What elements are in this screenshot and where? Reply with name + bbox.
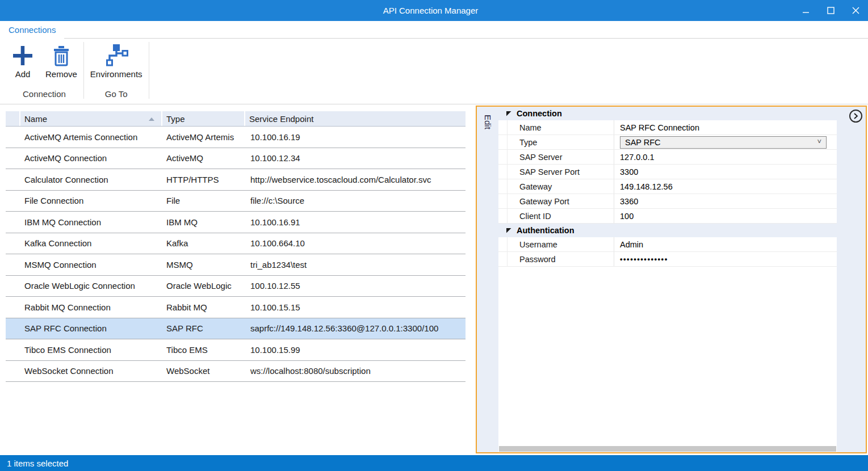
ribbon-separator	[149, 42, 149, 99]
property-row: Type SAP RFC˅	[498, 135, 837, 150]
property-group-title: Connection	[517, 109, 562, 118]
table-body: ActiveMQ Artemis Connection ActiveMQ Art…	[6, 127, 466, 382]
cell-type: Tibco EMS	[162, 345, 245, 355]
table-row[interactable]: IBM MQ Connection IBM MQ 10.100.16.91	[6, 212, 466, 233]
close-button[interactable]	[843, 0, 868, 21]
property-indent	[498, 165, 508, 179]
cell-name: WebSocket Connection	[20, 366, 162, 376]
app-window: API Connection Manager Connections	[0, 0, 868, 471]
table-row[interactable]: WebSocket Connection WebSocket ws://loca…	[6, 361, 466, 382]
table-row[interactable]: Oracle WebLogic Connection Oracle WebLog…	[6, 276, 466, 297]
column-header-service-endpoint[interactable]: Service Endpoint	[245, 111, 466, 126]
edit-panel: Edit Connection Name SAP RFC Connection …	[476, 106, 867, 453]
property-grid: Connection Name SAP RFC Connection Type …	[498, 107, 837, 452]
trash-icon	[52, 43, 71, 68]
cell-service-endpoint: 10.100.664.10	[245, 238, 466, 248]
cell-name: SAP RFC Connection	[20, 323, 162, 333]
combobox-selected-value: SAP RFC	[625, 138, 661, 147]
table-row[interactable]: Rabbit MQ Connection Rabbit MQ 10.100.15…	[6, 297, 466, 318]
property-indent	[498, 209, 508, 223]
property-value-field[interactable]: 149.148.12.56	[614, 179, 837, 194]
cell-type: Oracle WebLogic	[162, 281, 245, 291]
cell-type: WebSocket	[162, 366, 245, 376]
cell-service-endpoint: 10.100.15.15	[245, 302, 466, 312]
remove-button[interactable]: Remove	[40, 42, 83, 80]
selection-count-text: 1 items selected	[7, 459, 68, 468]
ribbon-body: Add Remo	[0, 39, 868, 103]
sort-ascending-icon	[149, 117, 154, 121]
main-content: Name Type Service Endpoint ActiveMQ Arte…	[0, 105, 868, 455]
table-row[interactable]: ActiveMQ Connection ActiveMQ 10.100.12.3…	[6, 148, 466, 170]
table-row[interactable]: ActiveMQ Artemis Connection ActiveMQ Art…	[6, 127, 466, 148]
table-row[interactable]: Kafka Connection Kafka 10.100.664.10	[6, 233, 466, 255]
header-selector-column	[6, 111, 19, 126]
environments-button[interactable]: Environments	[85, 42, 148, 80]
cell-type: MSMQ	[162, 260, 245, 270]
property-label: SAP Server Port	[508, 165, 614, 179]
cell-name: Oracle WebLogic Connection	[20, 281, 162, 291]
column-header-type[interactable]: Type	[162, 111, 244, 126]
cell-service-endpoint: ws://localhost:8080/subscription	[245, 366, 466, 376]
cell-type: HTTP/HTTPS	[162, 175, 245, 184]
edit-tab[interactable]: Edit	[483, 115, 493, 129]
property-value-field[interactable]: 127.0.0.1	[614, 150, 837, 164]
property-label: SAP Server	[508, 150, 614, 164]
property-grid-empty-area	[498, 267, 837, 446]
property-indent	[498, 237, 508, 251]
cell-name: File Connection	[20, 196, 162, 205]
cell-service-endpoint: 10.100.15.99	[245, 345, 466, 355]
table-row[interactable]: MSMQ Connection MSMQ tri_ab1234\test	[6, 254, 466, 276]
property-value-field[interactable]: 3300	[614, 165, 837, 179]
collapse-panel-button[interactable]	[849, 110, 862, 123]
cell-type: IBM MQ	[162, 217, 245, 227]
tab-row-divider	[64, 38, 868, 39]
property-value-field[interactable]: SAP RFC Connection	[614, 120, 837, 134]
property-label: Username	[508, 237, 614, 251]
cell-type: Kafka	[162, 238, 245, 248]
property-label: Type	[508, 135, 614, 149]
maximize-button[interactable]	[818, 0, 843, 21]
property-value-field[interactable]: 3360	[614, 194, 837, 208]
tab-connections[interactable]: Connections	[0, 22, 64, 39]
property-label: Gateway	[508, 179, 614, 194]
ribbon: Connections Add	[0, 21, 868, 104]
property-indent	[498, 120, 508, 134]
property-row: Gateway Port 3360	[498, 194, 837, 209]
ribbon-separator	[83, 42, 84, 99]
group-label-goto: Go To	[85, 87, 148, 103]
property-group-header[interactable]: Authentication	[498, 224, 837, 237]
cell-name: Rabbit MQ Connection	[20, 302, 162, 312]
property-indent	[498, 252, 508, 266]
property-value-field[interactable]: 100	[614, 209, 837, 223]
expander-expanded-icon	[506, 228, 511, 233]
cell-service-endpoint: 10.100.16.91	[245, 217, 466, 227]
type-combobox[interactable]: SAP RFC˅	[620, 136, 827, 149]
minimize-icon	[802, 7, 810, 14]
table-row[interactable]: Calculator Connection HTTP/HTTPS http://…	[6, 169, 466, 191]
scrollbar-thumb[interactable]	[499, 446, 836, 452]
cell-name: ActiveMQ Artemis Connection	[20, 132, 162, 142]
add-button[interactable]: Add	[6, 42, 40, 80]
plus-icon	[11, 43, 34, 68]
property-value-dropdown[interactable]: SAP RFC˅	[614, 135, 837, 149]
cell-type: ActiveMQ	[162, 153, 245, 163]
horizontal-scrollbar[interactable]	[499, 446, 836, 452]
property-group-header[interactable]: Connection	[498, 107, 837, 120]
table-row[interactable]: File Connection File file://c:\Source	[6, 191, 466, 212]
table-header: Name Type Service Endpoint	[6, 111, 466, 127]
edit-panel-tab-strip: Edit	[477, 107, 498, 452]
chevron-down-icon: ˅	[817, 137, 821, 146]
ribbon-tab-row: Connections	[0, 21, 868, 39]
minimize-button[interactable]	[793, 0, 818, 21]
cell-name: MSMQ Connection	[20, 260, 162, 270]
property-label: Password	[508, 252, 614, 266]
table-row-selected[interactable]: SAP RFC Connection SAP RFC saprfc://149.…	[6, 318, 466, 340]
ribbon-group-goto: Environments Go To	[85, 39, 148, 103]
connections-table: Name Type Service Endpoint ActiveMQ Arte…	[6, 111, 466, 382]
property-value-field[interactable]: Admin	[614, 237, 837, 251]
column-header-name[interactable]: Name	[20, 111, 161, 126]
cell-service-endpoint: 10.100.12.34	[245, 153, 466, 163]
property-value-field[interactable]: ••••••••••••••	[614, 252, 837, 266]
environments-icon	[104, 43, 128, 68]
table-row[interactable]: Tibco EMS Connection Tibco EMS 10.100.15…	[6, 339, 466, 361]
